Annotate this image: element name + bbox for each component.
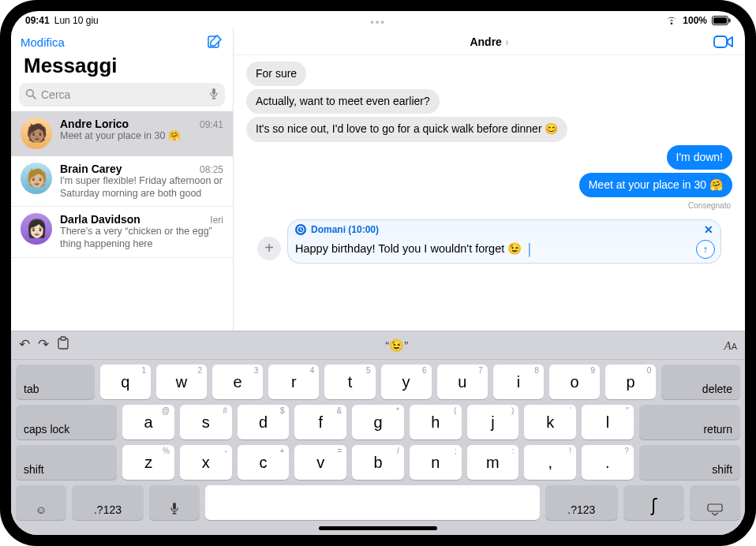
conversation-time: Ieri [210, 215, 223, 226]
key-,[interactable]: ,! [524, 445, 576, 480]
home-indicator[interactable] [319, 526, 437, 530]
conversation-name: Andre Lorico [60, 118, 129, 130]
sidebar: Modifica Messaggi Cerca [11, 28, 234, 331]
key-alt-label: 2 [198, 366, 203, 375]
key-w[interactable]: w2 [156, 365, 207, 399]
key-e[interactable]: e3 [212, 365, 263, 399]
key-shift-right[interactable]: shift [639, 445, 740, 480]
redo-button[interactable]: ↷ [38, 336, 49, 354]
avatar: 🧑🏽 [21, 118, 52, 149]
dictate-icon[interactable] [209, 88, 219, 103]
key-y[interactable]: y6 [381, 365, 432, 399]
key-a[interactable]: a@ [122, 405, 174, 439]
key-j[interactable]: j) [467, 405, 519, 439]
compose-input[interactable]: Happy birthday! Told you I wouldn't forg… [287, 238, 721, 264]
key-alt-label: = [337, 447, 342, 455]
message-text: Actually, want to meet even earlier? [246, 89, 440, 114]
key-o[interactable]: o9 [549, 365, 600, 399]
key-alt-label: 8 [534, 366, 539, 375]
message-out[interactable]: Meet at your place in 30 🤗 [246, 173, 732, 197]
keyboard-toolbar: ↶ ↷ “😉” AA [11, 331, 745, 360]
undo-button[interactable]: ↶ [19, 336, 30, 354]
svg-line-5 [33, 95, 36, 99]
key-x[interactable]: x- [180, 445, 232, 480]
clipboard-icon[interactable] [57, 336, 69, 354]
svg-rect-6 [212, 88, 215, 95]
conversation-item[interactable]: 🧑🏽 Andre Lorico 09:41 Meet at your place… [11, 111, 233, 156]
key-handwriting[interactable]: ʃ [623, 485, 685, 520]
key-capslock[interactable]: caps lock [16, 405, 117, 439]
key-t[interactable]: t5 [324, 365, 375, 399]
key-c[interactable]: c+ [238, 445, 290, 480]
key-hide-keyboard[interactable] [690, 485, 740, 520]
content-split: Modifica Messaggi Cerca [11, 28, 745, 331]
conversation-item[interactable]: 👩🏻 Darla Davidson Ieri There's a very “c… [11, 207, 233, 257]
key-r[interactable]: r4 [268, 365, 319, 399]
chat-pane: Andre › For sure Actually, want to meet … [234, 28, 745, 331]
key-.[interactable]: .? [582, 445, 634, 480]
key-z[interactable]: z% [122, 445, 174, 480]
key-tab[interactable]: tab [16, 365, 95, 399]
key-m[interactable]: m: [467, 445, 519, 480]
key-alt-label: ? [624, 447, 629, 455]
key-delete[interactable]: delete [661, 365, 740, 399]
conversation-time: 09:41 [200, 119, 223, 130]
send-button[interactable]: ↑ [696, 240, 715, 259]
schedule-pill[interactable]: Domani (10:00) ✕ [287, 219, 721, 238]
key-h[interactable]: h( [410, 405, 462, 439]
key-d[interactable]: d$ [238, 405, 290, 439]
key-q[interactable]: q1 [100, 365, 151, 399]
key-b[interactable]: b/ [352, 445, 404, 480]
conversation-name: Darla Davidson [60, 213, 140, 226]
compose-box[interactable]: Domani (10:00) ✕ Happy birthday! Told yo… [287, 219, 721, 264]
key-alt-label: / [397, 447, 399, 455]
key-g[interactable]: g* [352, 405, 404, 439]
text-format-button[interactable]: AA [724, 338, 737, 353]
search-input[interactable]: Cerca [19, 83, 225, 107]
key-alt-label: ) [511, 406, 514, 415]
schedule-cancel-button[interactable]: ✕ [704, 223, 713, 236]
key-return[interactable]: return [639, 405, 740, 439]
search-icon [25, 88, 36, 102]
wifi-icon [665, 16, 678, 25]
multitask-dots-icon[interactable]: ••• [370, 16, 386, 28]
conversation-name: Brain Carey [60, 163, 122, 175]
key-l[interactable]: l" [582, 405, 634, 439]
key-dictate[interactable] [149, 485, 200, 520]
edit-button[interactable]: Modifica [21, 36, 65, 49]
message-in[interactable]: It's so nice out, I'd love to go for a q… [246, 117, 732, 141]
add-attachment-button[interactable]: + [257, 237, 281, 260]
prediction-suggestion[interactable]: “😉” [76, 338, 717, 353]
key-numswitch-right[interactable]: .?123 [545, 485, 618, 520]
compose-button[interactable] [206, 33, 223, 50]
key-p[interactable]: p0 [605, 365, 656, 399]
key-alt-label: ; [455, 447, 457, 455]
key-alt-label: # [223, 406, 227, 415]
key-numswitch-left[interactable]: .?123 [72, 485, 144, 520]
text-caret: │ [526, 243, 533, 256]
message-in[interactable]: Actually, want to meet even earlier? [246, 89, 732, 114]
key-n[interactable]: n; [410, 445, 462, 480]
key-i[interactable]: i8 [493, 365, 544, 399]
chat-contact-button[interactable]: Andre › [470, 36, 508, 48]
key-space[interactable] [205, 485, 540, 520]
facetime-button[interactable] [713, 34, 734, 50]
key-shift-left[interactable]: shift [16, 445, 117, 480]
key-emoji[interactable]: ☺ [16, 485, 66, 520]
key-u[interactable]: u7 [437, 365, 488, 399]
message-out[interactable]: I'm down! [246, 145, 732, 170]
key-v[interactable]: v= [294, 445, 346, 480]
screen: 09:41 Lun 10 giu ••• 100% Modifica [11, 11, 745, 535]
message-in[interactable]: For sure [246, 62, 732, 86]
key-k[interactable]: k’ [524, 405, 576, 439]
keyboard: ↶ ↷ “😉” AA tab q1w2e3r4t5y6u7i8o9p0delet… [11, 331, 745, 535]
conversation-item[interactable]: 🧑🏼 Brain Carey 08:25 I'm super flexible!… [11, 156, 233, 207]
key-s[interactable]: s# [180, 405, 232, 439]
message-text: Meet at your place in 30 🤗 [579, 173, 732, 197]
status-bar: 09:41 Lun 10 giu ••• 100% [11, 11, 745, 28]
conversation-preview: I'm super flexible! Friday afternoon or … [60, 175, 223, 200]
conversation-preview: There's a very “chicken or the egg” thin… [60, 226, 223, 250]
avatar: 🧑🏼 [21, 163, 52, 194]
conversation-time: 08:25 [200, 164, 223, 175]
key-f[interactable]: f& [294, 405, 346, 439]
